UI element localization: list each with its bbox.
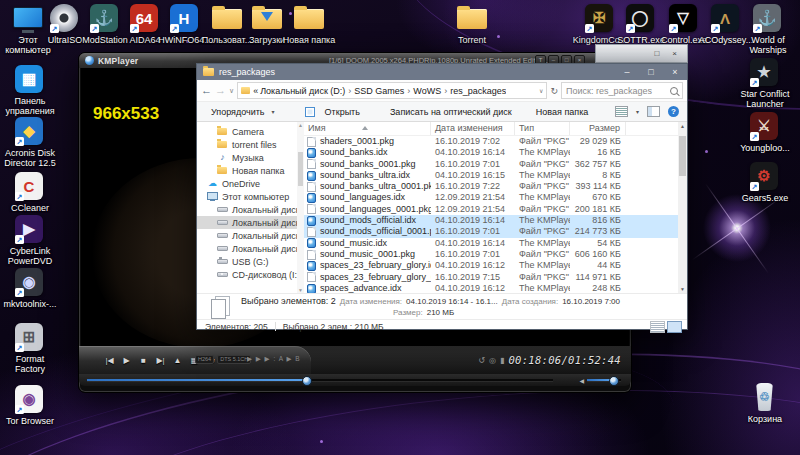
file-date-cell: 16.10.2019 7:01 (431, 159, 515, 170)
column-header-type[interactable]: Тип (515, 122, 570, 135)
file-row[interactable]: sound_banks_ultra.idx 04.10.2019 16:15 T… (304, 170, 678, 181)
views-icon[interactable] (615, 106, 628, 117)
details-view-icon[interactable] (650, 321, 665, 333)
thumbnails-view-icon[interactable] (667, 321, 682, 333)
file-row[interactable]: sound_banks_ultra_0001.pkg 16.10.2019 7:… (304, 181, 678, 192)
refresh-icon[interactable]: ↻ (550, 86, 558, 96)
column-header-size[interactable]: Размер (570, 122, 626, 135)
status-divider (275, 322, 276, 331)
desktop-icon[interactable]: ⚓ ↗ World of Warships (740, 3, 796, 55)
sidebar-item[interactable]: Camera (197, 125, 297, 138)
explorer-titlebar[interactable]: res_packages –□× (197, 64, 687, 80)
speaker-icon[interactable]: ◀ (579, 377, 584, 384)
wallpaper-spark (705, 150, 708, 153)
desktop-icon-label: Torrent (444, 35, 500, 45)
volume-slider[interactable] (587, 379, 621, 381)
scrollbar-thumb[interactable] (298, 152, 303, 186)
column-header-date[interactable]: Дата изменения (431, 122, 515, 135)
file-row[interactable]: sound_languages.idx 12.09.2019 21:54 The… (304, 192, 678, 203)
address-bar[interactable]: « Локальный диск (D:)SSD GamesWoWSres_pa… (237, 82, 547, 99)
desktop-icon[interactable]: ◆ ↗ Acronis Disk Director 12.5 (2, 116, 58, 168)
kmplayer-control-button[interactable]: ▶| (154, 355, 167, 367)
capture-icon[interactable]: ◎ (489, 356, 496, 365)
sidebar-item[interactable]: USB (G:) (197, 255, 297, 268)
background-window-button[interactable]: □ (654, 49, 659, 58)
desktop-icon[interactable]: ↗ Torrent (444, 3, 500, 45)
file-row[interactable]: sound_music.idx 04.10.2019 16:14 The KMP… (304, 238, 678, 249)
kmplayer-control-button[interactable]: ▲ (171, 355, 184, 367)
breadcrumb-segment[interactable]: Локальный диск (D:) (260, 86, 345, 96)
desktop-icon[interactable]: C ↗ CCleaner (2, 171, 58, 213)
back-button[interactable]: ← (201, 85, 212, 96)
desktop-icon[interactable]: ↗ Новая папка (281, 3, 337, 45)
sidebar-item[interactable]: Локальный диск (197, 203, 297, 216)
scroll-down-icon[interactable]: ▼ (678, 286, 687, 292)
file-row[interactable]: spaces_23_february_glory_0001.pkg 16.10.… (304, 272, 678, 283)
file-row[interactable]: sound_music_0001.pkg 16.10.2019 7:01 Фай… (304, 249, 678, 260)
file-row[interactable]: shaders_0001.pkg 16.10.2019 7:02 Файл "P… (304, 136, 678, 147)
file-row[interactable]: sound_languages_0001.pkg 12.09.2019 21:5… (304, 204, 678, 215)
sidebar-item[interactable]: Этот компьютер (197, 190, 297, 203)
history-dropdown-icon[interactable]: ∨ (229, 85, 234, 96)
burn-button[interactable]: Записать на оптический диск (390, 107, 512, 117)
open-button[interactable]: Открыть (325, 107, 360, 117)
scroll-down-icon[interactable]: ▼ (297, 287, 304, 293)
sidebar-item[interactable]: Локальный диск (197, 242, 297, 255)
explorer-window-button[interactable]: – (615, 64, 639, 80)
forward-button[interactable]: → (215, 85, 226, 96)
repeat-icon[interactable]: ↺ (478, 356, 485, 365)
background-window-button[interactable]: × (672, 49, 677, 58)
explorer-window-button[interactable]: × (663, 64, 687, 80)
sidebar-item-icon (217, 269, 228, 280)
scrollbar-thumb[interactable] (679, 136, 686, 176)
desktop-icon[interactable]: ◉ ↗ Tor Browser (2, 384, 58, 426)
sidebar-item[interactable]: ☁ OneDrive (197, 177, 297, 190)
sidebar-item-label: OneDrive (222, 179, 260, 189)
sidebar-item[interactable]: Локальный диск (197, 229, 297, 242)
kmplayer-control-button[interactable]: |◀ (103, 355, 116, 367)
sidebar-item[interactable]: Локальный диск (197, 216, 297, 229)
address-dropdown-icon[interactable]: ∨ (539, 87, 543, 94)
volume-thumb[interactable] (609, 376, 619, 386)
breadcrumb-segment[interactable]: res_packages (441, 86, 506, 96)
kmplayer-control-button[interactable]: ■ (137, 355, 150, 367)
sidebar-item[interactable]: CD-дисковод (I: (197, 268, 297, 281)
organize-button[interactable]: Упорядочить (211, 107, 265, 117)
search-icon (670, 87, 678, 95)
desktop-icon[interactable]: ★ ↗ Star Conflict Launcher (737, 57, 793, 109)
sidebar-item[interactable]: Новая папка (197, 164, 297, 177)
file-list-scrollbar[interactable]: ▲ ▼ (678, 122, 687, 293)
ab-repeat-controls[interactable]: ▶ ▶ ▶ : A ▶ B (247, 355, 301, 363)
breadcrumb-segment[interactable]: SSD Games (345, 86, 404, 96)
file-row[interactable]: spaces_23_february_glory.idx 04.10.2019 … (304, 260, 678, 271)
desktop-icon[interactable]: ⚔ ↗ Youngbloo... (737, 111, 793, 153)
breadcrumb-segment[interactable]: WoWS (404, 86, 441, 96)
preview-pane-icon[interactable] (647, 106, 660, 117)
sidebar-item[interactable]: torrent files (197, 138, 297, 151)
kmplayer-control-button[interactable]: ▶ (120, 355, 133, 367)
seek-thumb[interactable] (302, 376, 312, 386)
folder-icon (457, 9, 487, 29)
desktop-icon[interactable]: ⊞ ↗ Format Factory (2, 322, 58, 374)
seek-bar[interactable] (87, 379, 553, 381)
scroll-up-icon[interactable]: ▲ (297, 122, 304, 128)
desktop-icon[interactable]: ▶ ↗ CyberLink PowerDVD 18 (2, 214, 58, 267)
desktop-icon[interactable]: ◉ ↗ mkvtoolnix-... (2, 267, 58, 309)
sidebar-item[interactable]: ♪ Музыка (197, 151, 297, 164)
file-row[interactable]: sound_banks_0001.pkg 16.10.2019 7:01 Фай… (304, 159, 678, 170)
file-row[interactable]: spaces_advance.idx 04.10.2019 16:12 The … (304, 283, 678, 293)
help-icon[interactable]: ? (668, 106, 679, 117)
desktop-icon[interactable]: ▦ ↗ Панель управления (2, 64, 58, 116)
desktop-icon[interactable]: ♲ ↗ Корзина (737, 382, 793, 424)
chevron-down-icon[interactable]: ▾ (636, 108, 639, 115)
explorer-window-button[interactable]: □ (639, 64, 663, 80)
search-input[interactable]: Поиск: res_packages (561, 82, 683, 99)
desktop-icon[interactable]: ⚙ ↗ Gears5.exe (737, 161, 793, 203)
chevron-down-icon: ▾ (272, 108, 275, 115)
file-row[interactable]: sound_mods_official_0001.pkg 16.10.2019 … (304, 226, 678, 237)
file-row[interactable]: sound_banks.idx 04.10.2019 16:14 The KMP… (304, 147, 678, 158)
scroll-up-icon[interactable]: ▲ (678, 123, 687, 129)
new-folder-button[interactable]: Новая папка (536, 107, 588, 117)
sidebar-scrollbar[interactable]: ▲ ▼ (297, 122, 304, 293)
file-row[interactable]: sound_mods_official.idx 04.10.2019 16:14… (304, 215, 678, 226)
